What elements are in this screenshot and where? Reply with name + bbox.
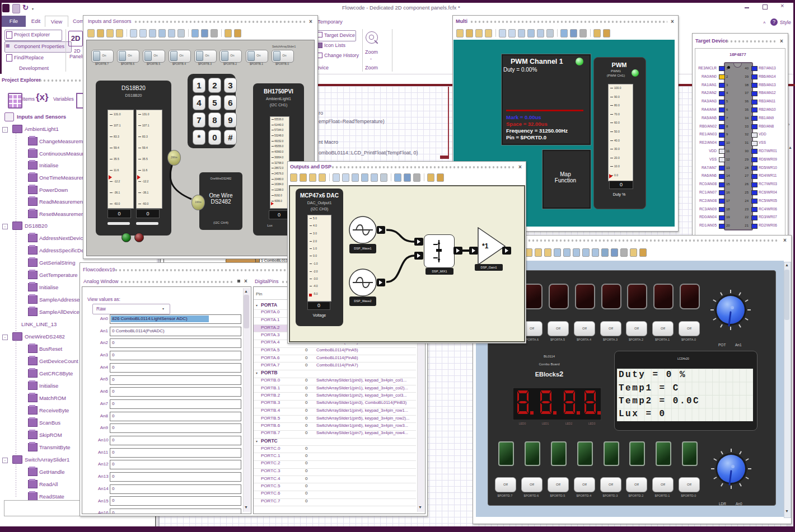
svg-text:*1: *1 (482, 242, 489, 250)
